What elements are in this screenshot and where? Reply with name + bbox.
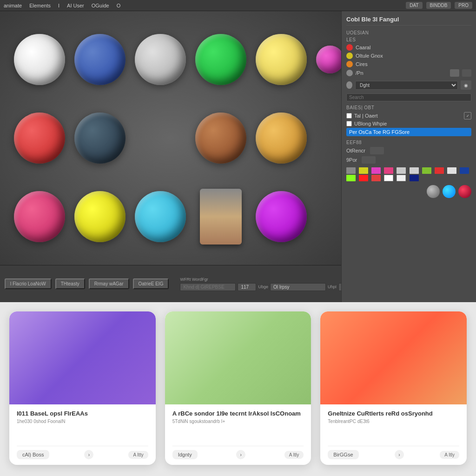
panel-oitule-text[interactable]: OItule Gnox: [356, 53, 383, 59]
sphere-yellow-bright[interactable]: [74, 191, 126, 242]
panel-checkbox-2[interactable]: [346, 121, 352, 126]
menu-btn-binddb[interactable]: BINDDB: [426, 2, 451, 9]
toolbar-btn-4[interactable]: OatrieE EIG: [133, 278, 169, 289]
sphere-empty2: [316, 124, 344, 152]
card-3-title: GneItnize CuRtlerts reRd osSryonhd: [328, 410, 459, 417]
sphere-brown[interactable]: [195, 112, 246, 164]
swatch-3[interactable]: [384, 167, 393, 174]
panel-ublong-text: UBlong Whpie: [354, 121, 387, 126]
top-section: animate Elements I AI User OGuide O DAT …: [0, 0, 476, 302]
toolbar-btn-2[interactable]: THteasty: [55, 278, 85, 289]
card-2-chevron[interactable]: ›: [236, 450, 245, 459]
toolbar-sm-input[interactable]: [238, 283, 256, 291]
menu-bar: animate Elements I AI User OGuide O DAT …: [0, 0, 476, 11]
card-2-title: A rBCe sondor 1l9e tecrnt lrAksol IsCOno…: [172, 410, 304, 417]
swatch-13[interactable]: [384, 175, 393, 181]
panel-active-row[interactable]: Per OsCa Toe RG FGSore: [346, 128, 471, 136]
panel-circle-icon: [346, 81, 352, 89]
panel-dght-select[interactable]: Dght: [355, 81, 458, 90]
swatch-8[interactable]: [447, 167, 456, 174]
swatch-4[interactable]: [397, 167, 406, 174]
menu-btn-pro[interactable]: PRO: [455, 2, 472, 9]
swatch-6[interactable]: [422, 167, 431, 174]
sphere-red[interactable]: [14, 112, 65, 164]
card-1-title: I011 BaseL opsl FIrEAAs: [17, 410, 148, 417]
card-2-content: A rBCe sondor 1l9e tecrnt lrAksol IsCOno…: [172, 410, 304, 428]
panel-checkbox-1[interactable]: [346, 113, 352, 119]
panel-pn-text[interactable]: /Pn: [356, 70, 364, 76]
swatch-1[interactable]: [359, 167, 368, 174]
card-1-chevron[interactable]: ›: [84, 450, 93, 459]
panel-cires-text[interactable]: Cires: [356, 61, 368, 67]
swatch-7[interactable]: [435, 167, 444, 174]
card-2: A rBCe sondor 1l9e tecrnt lrAksol IsCOno…: [165, 311, 311, 465]
menu-i[interactable]: I: [58, 3, 60, 8]
swatch-14[interactable]: [397, 175, 406, 181]
panel-search-input[interactable]: [346, 93, 471, 101]
card-3-footer-btn[interactable]: BirGGse: [328, 450, 358, 459]
sphere-purple[interactable]: [256, 191, 307, 242]
swatch-2[interactable]: [371, 167, 381, 174]
sphere-cyan[interactable]: [135, 191, 186, 242]
mat-ball-red[interactable]: [458, 185, 471, 198]
swatch-12[interactable]: [371, 175, 381, 181]
sphere-white[interactable]: [14, 34, 65, 85]
menu-btn-dat[interactable]: DAT: [406, 2, 422, 9]
swatch-11[interactable]: [359, 175, 368, 181]
right-panel: Cobl Ble 3I Fangul Uoesian LES Caaral OI…: [341, 11, 476, 302]
panel-pn-icon2[interactable]: [462, 69, 471, 77]
swatch-5[interactable]: [410, 167, 419, 174]
toolbar-value-input[interactable]: [270, 283, 326, 291]
panel-row-9por: 9Por: [346, 156, 471, 164]
swatch-15[interactable]: [410, 175, 419, 181]
swatch-10[interactable]: [346, 175, 356, 181]
panel-9por-input[interactable]: [362, 156, 376, 164]
sphere-lightgray[interactable]: [135, 34, 186, 85]
sphere-green[interactable]: [195, 34, 246, 85]
panel-row-cires: Cires: [346, 61, 471, 67]
sphere-blue[interactable]: [74, 34, 126, 85]
panel-baies-title: BAIES| OBt: [346, 105, 471, 110]
panel-section-eef88: EEF88 OtRencr 9Por: [346, 140, 471, 164]
card-3-subtitle: TenblreantPC dE3t6: [328, 419, 459, 424]
menu-animate[interactable]: animate: [4, 3, 22, 8]
panel-pn-icon[interactable]: [450, 69, 459, 77]
sphere-teal[interactable]: [74, 112, 126, 164]
color-dot-yellow: [346, 53, 353, 59]
card-2-body: A rBCe sondor 1l9e tecrnt lrAksol IsCOno…: [165, 404, 311, 465]
card-1-body: I011 BaseL opsl FIrEAAs 1he030 0shod Foo…: [9, 404, 156, 465]
panel-dropdown-extra[interactable]: ◉: [461, 80, 471, 90]
bottom-toolbar: l Flacrio LoaNoW THteasty Rrmay wAGar Oa…: [0, 265, 341, 302]
card-3-body: GneItnize CuRtlerts reRd osSryonhd Tenbl…: [320, 404, 467, 465]
panel-row-pn: /Pn: [346, 69, 471, 77]
mat-ball-gray[interactable]: [427, 185, 440, 198]
card-1-footer-btn[interactable]: cAl) Boss: [17, 450, 49, 459]
card-3-chevron[interactable]: ›: [395, 450, 404, 459]
menu-elements[interactable]: Elements: [29, 3, 51, 8]
toolbar-btn-1[interactable]: l Flacrio LoaNoW: [5, 278, 52, 289]
card-2-footer-btn[interactable]: Idgnty: [172, 450, 198, 459]
toolbar-btn-3[interactable]: Rrmay wAGar: [89, 278, 129, 289]
sphere-magenta[interactable]: [316, 46, 344, 73]
panel-row-oitule: OItule Gnox: [346, 53, 471, 59]
panel-otrenr-input[interactable]: [370, 147, 384, 154]
panel-section-baies: BAIES| OBt Tal | Oaert ✓ UBlong Whpie Pe…: [346, 105, 471, 136]
swatch-0[interactable]: [346, 167, 356, 174]
mat-ball-blue[interactable]: [443, 185, 456, 198]
panel-tal-text: Tal | Oaert: [354, 113, 378, 119]
swatch-9[interactable]: [460, 167, 469, 174]
card-1-subtitle: 1he030 0shod FoonaIN: [17, 419, 148, 424]
panel-swatch-grid: [346, 167, 471, 181]
sphere-orange-yellow[interactable]: [256, 112, 307, 164]
menu-o[interactable]: O: [117, 3, 121, 8]
sphere-yellow[interactable]: [256, 34, 307, 85]
canvas-area: [0, 11, 341, 265]
panel-title: Cobl Ble 3I Fangul: [346, 16, 471, 26]
menu-oguide[interactable]: OGuide: [92, 3, 109, 8]
panel-checkmark[interactable]: ✓: [464, 112, 471, 119]
card-2-subtitle: 5TdNiN sgoukstoandrb I+: [172, 419, 304, 424]
sphere-pink[interactable]: [14, 191, 65, 242]
toolbar-main-input[interactable]: [180, 283, 236, 291]
panel-caaral-text[interactable]: Caaral: [356, 45, 370, 50]
menu-ai-user[interactable]: AI User: [67, 3, 84, 8]
